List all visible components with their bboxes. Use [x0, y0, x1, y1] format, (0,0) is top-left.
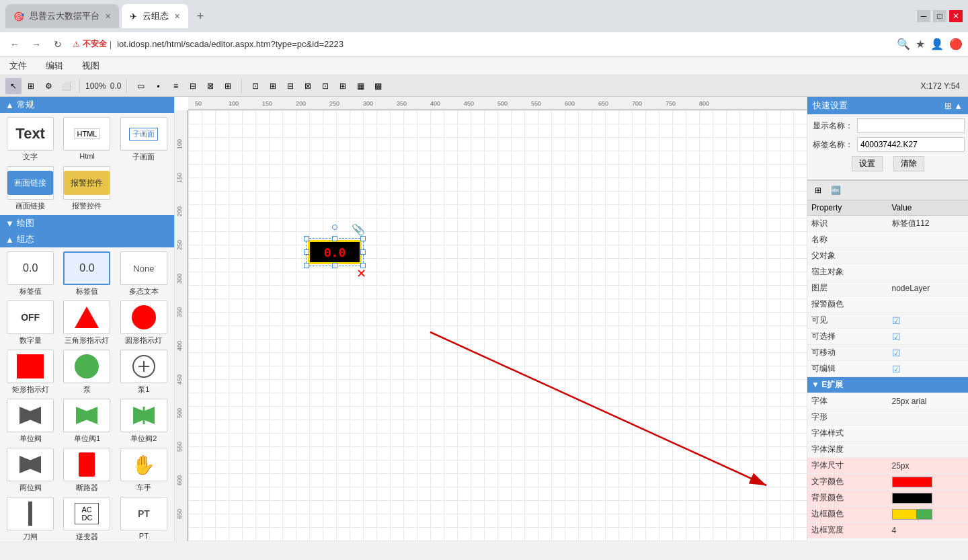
visible-checkbox[interactable]: ☑	[892, 315, 901, 326]
menu-edit[interactable]: 编辑	[42, 58, 67, 73]
prop-value-text-color[interactable]	[888, 474, 969, 490]
clear-button[interactable]: 清除	[893, 156, 924, 171]
prop-value-bg-color[interactable]	[888, 490, 969, 506]
props-sort-icon[interactable]: ⊞	[810, 182, 826, 198]
maximize-button[interactable]: □	[933, 10, 946, 22]
sidebar-item-multistate[interactable]: None 多态文本	[118, 251, 170, 296]
handle-tm[interactable]	[332, 236, 337, 241]
prop-value-name[interactable]	[888, 232, 969, 248]
handle-tr[interactable]	[360, 236, 366, 241]
text-color-swatch[interactable]	[892, 477, 932, 487]
select-tool[interactable]: ↖	[5, 78, 22, 94]
prop-value-movable[interactable]: ☑	[888, 345, 969, 361]
prop-value-editable[interactable]: ☑	[888, 361, 969, 377]
extra-tool-4[interactable]: ⊠	[300, 78, 316, 94]
align-tool-5[interactable]: ⊠	[202, 78, 218, 94]
align-tool-1[interactable]: ▭	[132, 78, 149, 94]
prop-value-fontdepth[interactable]	[888, 442, 969, 458]
tab-1[interactable]: 🎯 思普云大数据平台 ✕	[5, 4, 119, 28]
extra-tool-3[interactable]: ⊟	[282, 78, 298, 94]
extra-tool-8[interactable]: ▩	[370, 78, 386, 94]
prop-value-selectable[interactable]: ☑	[888, 329, 969, 345]
extra-tool-5[interactable]: ⊡	[317, 78, 333, 94]
tab-2[interactable]: ✈ 云组态 ✕	[122, 4, 188, 28]
sidebar-item-pump1[interactable]: 泵1	[118, 350, 170, 395]
align-tool-3[interactable]: ≡	[167, 78, 184, 94]
prop-value-font[interactable]: 25px arial	[888, 393, 969, 409]
sidebar-item-triangle-light[interactable]: 三角形指示灯	[61, 301, 113, 346]
section-normal[interactable]: ▲ 常规	[0, 97, 174, 113]
sidebar-item-alarm[interactable]: 报警控件 报警控件	[61, 166, 113, 211]
prop-value-fontweight[interactable]	[888, 426, 969, 442]
menu-file[interactable]: 文件	[5, 58, 31, 73]
prop-value-parent[interactable]	[888, 248, 969, 264]
tag-name-input[interactable]	[857, 137, 965, 152]
selected-element[interactable]: 📎 0.0	[306, 238, 364, 266]
eexpand-header[interactable]: ▼ E扩展	[807, 377, 968, 393]
minimize-button[interactable]: ─	[917, 10, 930, 22]
prop-value-border-width[interactable]: 4	[888, 522, 969, 538]
sidebar-item-transformer[interactable]: ACDC 逆变器	[61, 497, 113, 541]
align-tool-6[interactable]: ⊞	[220, 78, 236, 94]
extra-tool-1[interactable]: ⊡	[247, 78, 264, 94]
sidebar-item-pump[interactable]: 泵	[61, 350, 113, 395]
reload-button[interactable]: ↻	[48, 35, 67, 54]
url-display[interactable]: iot.idosp.net/html/scada/editor.aspx.htm…	[117, 39, 344, 49]
handle-bl[interactable]	[304, 263, 309, 268]
sidebar-item-digital[interactable]: OFF 数字量	[4, 301, 56, 346]
bg-color-swatch[interactable]	[892, 493, 932, 504]
prop-value-host[interactable]	[888, 264, 969, 280]
extra-tool-2[interactable]: ⊞	[265, 78, 281, 94]
sidebar-item-single-valve1[interactable]: 单位阀1	[61, 399, 113, 444]
back-button[interactable]: ←	[5, 35, 24, 54]
tab-1-close[interactable]: ✕	[105, 12, 111, 21]
account-icon[interactable]: 👤	[930, 38, 944, 50]
new-tab-button[interactable]: +	[191, 7, 210, 26]
close-button[interactable]: ✕	[949, 10, 963, 22]
prop-value-fontsize[interactable]: 25px	[888, 458, 969, 474]
settings-tool[interactable]: ⚙	[40, 78, 56, 94]
extra-tool-6[interactable]: ⊞	[335, 78, 351, 94]
sidebar-item-pagelink[interactable]: 画面链接 画面链接	[4, 166, 56, 211]
rotate-handle[interactable]	[332, 225, 337, 230]
sidebar-item-two-valve[interactable]: 两位阀	[4, 448, 56, 493]
handle-ml[interactable]	[304, 249, 309, 255]
sidebar-item-pt[interactable]: PT PT	[118, 497, 170, 541]
clip-handle[interactable]: 📎	[352, 223, 365, 236]
section-state[interactable]: ▲ 组态	[0, 231, 174, 247]
sidebar-item-knife[interactable]: 刀闸	[4, 497, 56, 541]
set-button[interactable]: 设置	[852, 156, 883, 171]
bookmark-icon[interactable]: ★	[916, 38, 925, 50]
prop-value-alarm-color[interactable]	[888, 296, 969, 313]
prop-value-visible[interactable]: ☑	[888, 313, 969, 329]
sidebar-item-breaker[interactable]: 断路器	[61, 448, 113, 493]
delete-handle[interactable]: ✕	[356, 266, 366, 281]
section-drawing[interactable]: ▼ 绘图	[0, 215, 174, 231]
sidebar-item-label-value[interactable]: 0.0 标签值	[4, 251, 56, 296]
forward-button[interactable]: →	[27, 35, 46, 54]
tab-2-close[interactable]: ✕	[174, 12, 180, 21]
sidebar-item-single-valve[interactable]: 单位阀	[4, 399, 56, 444]
prop-value-fontstyle[interactable]	[888, 409, 969, 426]
sidebar-item-subpage[interactable]: 子画面 子画面	[118, 117, 170, 162]
prop-value-id[interactable]: 标签值112	[888, 216, 969, 232]
copy-tool[interactable]: ⊞	[23, 78, 39, 94]
canvas-content[interactable]: 📎 0.0	[188, 110, 807, 541]
handle-mr[interactable]	[360, 249, 366, 255]
sidebar-item-single-valve2[interactable]: 单位阀2	[118, 399, 170, 444]
menu-view[interactable]: 视图	[78, 58, 104, 73]
prop-value-halign[interactable]	[888, 538, 969, 542]
extension-icon[interactable]: 🔴	[949, 38, 963, 50]
prop-row-eexpand[interactable]: ▼ E扩展	[807, 377, 968, 393]
sidebar-item-hand[interactable]: ✋ 车手	[118, 448, 170, 493]
handle-bm[interactable]	[332, 263, 337, 268]
canvas-area[interactable]: 50 100 150 200 250 300 350 400 450 500 5…	[175, 97, 807, 541]
sidebar-item-text[interactable]: Text 文字	[4, 117, 56, 162]
search-icon[interactable]: 🔍	[897, 38, 910, 50]
display-name-input[interactable]	[857, 118, 965, 133]
align-tool-2[interactable]: ▪	[150, 78, 166, 94]
handle-tl[interactable]	[304, 236, 309, 241]
sidebar-item-label-selected[interactable]: 0.0 标签值	[61, 251, 113, 296]
label-value-element[interactable]: 0.0	[308, 240, 362, 264]
prop-value-layer[interactable]: nodeLayer	[888, 280, 969, 296]
